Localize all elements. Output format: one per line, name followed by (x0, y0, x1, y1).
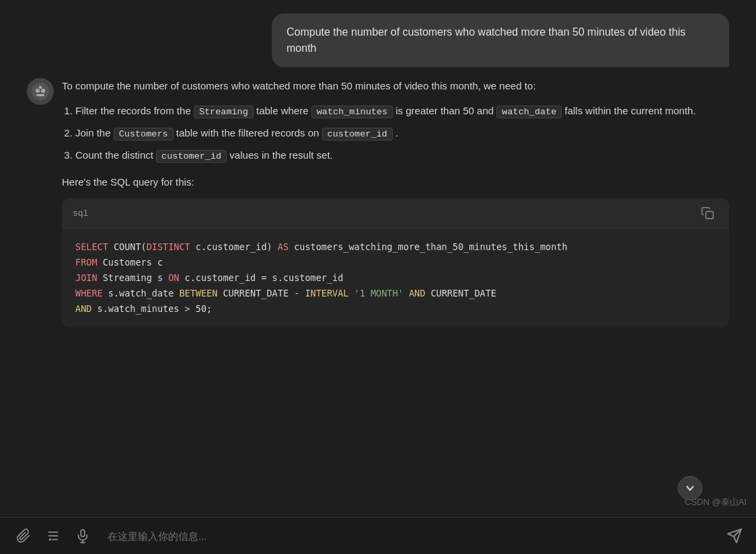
steps-list: Filter the records from the Streaming ta… (75, 103, 729, 165)
svg-point-0 (32, 83, 49, 100)
step-1: Filter the records from the Streaming ta… (75, 103, 729, 120)
code-block-body: SELECT COUNT(DISTINCT c.customer_id) AS … (62, 229, 729, 327)
step1-code3: watch_date (496, 106, 562, 118)
send-icon (726, 528, 743, 544)
svg-rect-4 (39, 86, 42, 89)
step2-text-mid1: table with the filtered records on (174, 127, 322, 138)
chat-area: Compute the number of customers who watc… (0, 0, 756, 517)
user-message-wrapper: Compute the number of customers who watc… (27, 13, 729, 67)
avatar (27, 78, 54, 105)
step1-text-before: Filter the records from the (75, 105, 194, 116)
ai-response-content: To compute the number of customers who w… (62, 78, 729, 327)
paperclip-icon (16, 528, 31, 543)
step3-text-before: Count the distinct (75, 149, 156, 161)
step1-text-mid2: is greater than 50 and (393, 105, 496, 116)
step2-code2: customer_id (322, 128, 393, 141)
user-bubble: Compute the number of customers who watc… (272, 13, 729, 67)
options-button[interactable] (43, 526, 63, 546)
sql-code: SELECT COUNT(DISTINCT c.customer_id) AS … (75, 239, 716, 317)
step-3: Count the distinct customer_id values in… (75, 147, 729, 164)
step2-text-after: . (393, 127, 398, 138)
step1-code1: Streaming (194, 106, 254, 118)
sql-section-label: Here's the SQL query for this: (62, 174, 729, 191)
svg-point-2 (41, 89, 45, 93)
chevron-down-icon (685, 483, 695, 493)
step1-text-after: falls within the current month. (562, 105, 695, 116)
scroll-down-button[interactable] (678, 476, 702, 500)
step3-code1: customer_id (156, 150, 227, 163)
input-bar (0, 517, 756, 554)
copy-icon (701, 206, 714, 220)
step3-text-after: values in the result set. (227, 149, 333, 161)
mic-button[interactable] (73, 526, 93, 546)
code-lang: sql (73, 206, 88, 221)
step1-code2: watch_minutes (311, 106, 393, 118)
code-block: sql SELECT COUNT(DISTINCT c.customer_id)… (62, 198, 729, 327)
mic-icon (75, 528, 90, 543)
ai-avatar-icon (31, 82, 50, 101)
chat-input[interactable] (102, 528, 717, 545)
user-message-text: Compute the number of customers who watc… (287, 26, 685, 54)
options-icon (46, 528, 61, 543)
svg-rect-3 (36, 94, 44, 96)
svg-point-9 (49, 539, 52, 541)
step2-text-before: Join the (75, 127, 114, 138)
svg-rect-5 (706, 212, 714, 219)
attach-button[interactable] (13, 526, 34, 546)
send-button[interactable] (726, 528, 743, 544)
copy-button[interactable] (697, 205, 718, 221)
svg-rect-10 (81, 530, 85, 537)
step1-text-mid1: table where (254, 105, 311, 116)
step-2: Join the Customers table with the filter… (75, 125, 729, 142)
ai-intro-text: To compute the number of customers who w… (62, 78, 729, 95)
code-block-header: sql (62, 198, 729, 229)
ai-message-wrapper: To compute the number of customers who w… (27, 78, 729, 327)
step2-code1: Customers (114, 128, 174, 141)
svg-point-1 (36, 89, 40, 93)
